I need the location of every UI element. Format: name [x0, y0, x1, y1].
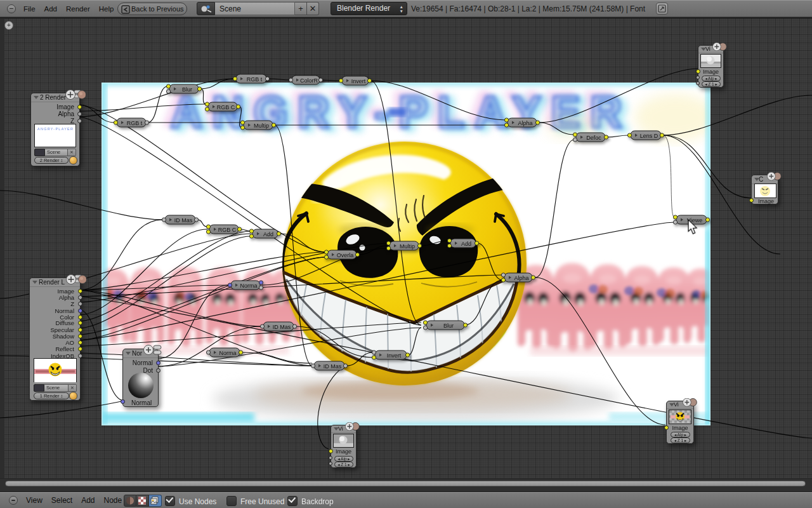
svg-text:Invert: Invert — [387, 352, 402, 359]
svg-text:Norma: Norma — [240, 283, 257, 289]
svg-text:Invert: Invert — [351, 78, 366, 84]
svg-text:Multip: Multip — [400, 243, 415, 250]
svg-text:Defoc: Defoc — [586, 135, 601, 141]
svg-text:ColorR: ColorR — [300, 77, 318, 84]
svg-text:ID Mas: ID Mas — [273, 324, 291, 330]
svg-text:Lens D: Lens D — [640, 133, 658, 139]
svg-text:Alpha: Alpha — [518, 120, 532, 126]
svg-text:RGB t: RGB t — [127, 120, 143, 126]
svg-text:ID Mas: ID Mas — [174, 217, 193, 224]
svg-text:Blur: Blur — [443, 323, 454, 329]
svg-text:ANGRY-PLAYER: ANGRY-PLAYER — [37, 127, 73, 131]
svg-text:Add: Add — [263, 231, 273, 237]
svg-text:RGB t: RGB t — [247, 76, 263, 83]
svg-text:Multip: Multip — [254, 123, 269, 129]
svg-text:Overla: Overla — [337, 252, 354, 258]
svg-text:RGB C: RGB C — [218, 227, 237, 233]
svg-text:RGB C: RGB C — [217, 104, 235, 110]
svg-text:Blur: Blur — [182, 86, 192, 93]
svg-text:Norma: Norma — [219, 350, 236, 356]
svg-text:ID Mas: ID Mas — [324, 363, 342, 370]
svg-text:Add: Add — [461, 241, 471, 247]
svg-text:Alpha: Alpha — [514, 275, 528, 281]
